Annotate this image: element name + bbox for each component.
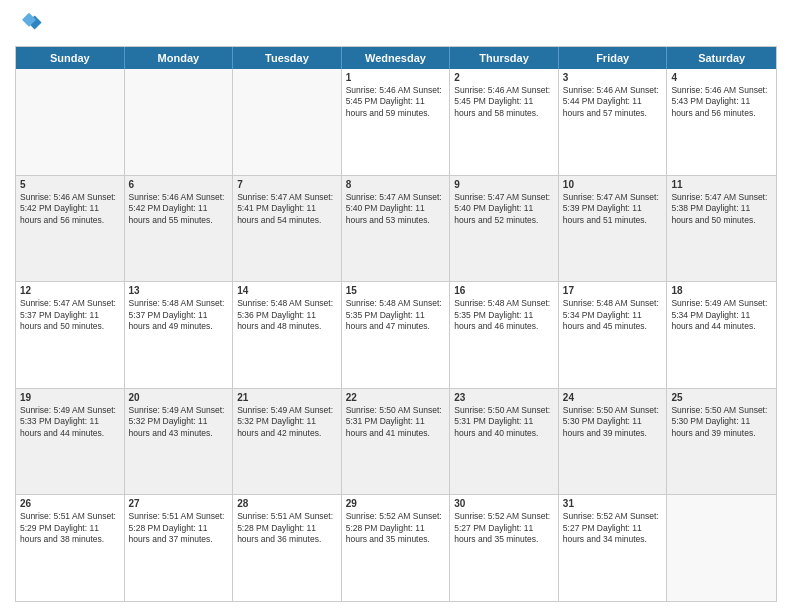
day-number: 21: [237, 392, 337, 403]
day-cell: 1Sunrise: 5:46 AM Sunset: 5:45 PM Daylig…: [342, 69, 451, 175]
calendar-header: SundayMondayTuesdayWednesdayThursdayFrid…: [16, 47, 776, 69]
day-info: Sunrise: 5:47 AM Sunset: 5:39 PM Dayligh…: [563, 192, 663, 226]
day-cell: 26Sunrise: 5:51 AM Sunset: 5:29 PM Dayli…: [16, 495, 125, 601]
day-info: Sunrise: 5:46 AM Sunset: 5:44 PM Dayligh…: [563, 85, 663, 119]
day-number: 2: [454, 72, 554, 83]
day-number: 28: [237, 498, 337, 509]
logo: [15, 10, 47, 38]
day-cell: 8Sunrise: 5:47 AM Sunset: 5:40 PM Daylig…: [342, 176, 451, 282]
day-number: 25: [671, 392, 772, 403]
day-info: Sunrise: 5:52 AM Sunset: 5:27 PM Dayligh…: [563, 511, 663, 545]
day-number: 24: [563, 392, 663, 403]
day-cell: 21Sunrise: 5:49 AM Sunset: 5:32 PM Dayli…: [233, 389, 342, 495]
day-info: Sunrise: 5:49 AM Sunset: 5:34 PM Dayligh…: [671, 298, 772, 332]
day-number: 7: [237, 179, 337, 190]
day-cell: 5Sunrise: 5:46 AM Sunset: 5:42 PM Daylig…: [16, 176, 125, 282]
day-number: 6: [129, 179, 229, 190]
day-number: 9: [454, 179, 554, 190]
calendar-body: 1Sunrise: 5:46 AM Sunset: 5:45 PM Daylig…: [16, 69, 776, 601]
day-info: Sunrise: 5:48 AM Sunset: 5:35 PM Dayligh…: [454, 298, 554, 332]
day-info: Sunrise: 5:46 AM Sunset: 5:45 PM Dayligh…: [454, 85, 554, 119]
header-day-monday: Monday: [125, 47, 234, 69]
day-cell: 2Sunrise: 5:46 AM Sunset: 5:45 PM Daylig…: [450, 69, 559, 175]
week-row-1: 1Sunrise: 5:46 AM Sunset: 5:45 PM Daylig…: [16, 69, 776, 176]
day-info: Sunrise: 5:49 AM Sunset: 5:33 PM Dayligh…: [20, 405, 120, 439]
day-info: Sunrise: 5:50 AM Sunset: 5:30 PM Dayligh…: [671, 405, 772, 439]
day-cell: 6Sunrise: 5:46 AM Sunset: 5:42 PM Daylig…: [125, 176, 234, 282]
day-cell: 4Sunrise: 5:46 AM Sunset: 5:43 PM Daylig…: [667, 69, 776, 175]
day-cell: 22Sunrise: 5:50 AM Sunset: 5:31 PM Dayli…: [342, 389, 451, 495]
header-day-thursday: Thursday: [450, 47, 559, 69]
day-number: 19: [20, 392, 120, 403]
day-info: Sunrise: 5:51 AM Sunset: 5:28 PM Dayligh…: [129, 511, 229, 545]
day-number: 8: [346, 179, 446, 190]
day-cell: 18Sunrise: 5:49 AM Sunset: 5:34 PM Dayli…: [667, 282, 776, 388]
day-cell: [16, 69, 125, 175]
day-info: Sunrise: 5:46 AM Sunset: 5:42 PM Dayligh…: [129, 192, 229, 226]
day-number: 14: [237, 285, 337, 296]
day-info: Sunrise: 5:48 AM Sunset: 5:34 PM Dayligh…: [563, 298, 663, 332]
day-number: 10: [563, 179, 663, 190]
day-info: Sunrise: 5:49 AM Sunset: 5:32 PM Dayligh…: [129, 405, 229, 439]
day-info: Sunrise: 5:48 AM Sunset: 5:35 PM Dayligh…: [346, 298, 446, 332]
day-number: 31: [563, 498, 663, 509]
day-cell: 3Sunrise: 5:46 AM Sunset: 5:44 PM Daylig…: [559, 69, 668, 175]
week-row-5: 26Sunrise: 5:51 AM Sunset: 5:29 PM Dayli…: [16, 495, 776, 601]
day-number: 15: [346, 285, 446, 296]
day-cell: [125, 69, 234, 175]
day-info: Sunrise: 5:47 AM Sunset: 5:38 PM Dayligh…: [671, 192, 772, 226]
page-container: SundayMondayTuesdayWednesdayThursdayFrid…: [0, 0, 792, 612]
day-cell: 12Sunrise: 5:47 AM Sunset: 5:37 PM Dayli…: [16, 282, 125, 388]
day-cell: 13Sunrise: 5:48 AM Sunset: 5:37 PM Dayli…: [125, 282, 234, 388]
day-cell: 15Sunrise: 5:48 AM Sunset: 5:35 PM Dayli…: [342, 282, 451, 388]
logo-icon: [15, 10, 43, 38]
day-info: Sunrise: 5:47 AM Sunset: 5:40 PM Dayligh…: [346, 192, 446, 226]
day-cell: 29Sunrise: 5:52 AM Sunset: 5:28 PM Dayli…: [342, 495, 451, 601]
day-info: Sunrise: 5:50 AM Sunset: 5:31 PM Dayligh…: [346, 405, 446, 439]
day-cell: 20Sunrise: 5:49 AM Sunset: 5:32 PM Dayli…: [125, 389, 234, 495]
day-info: Sunrise: 5:50 AM Sunset: 5:31 PM Dayligh…: [454, 405, 554, 439]
day-cell: 28Sunrise: 5:51 AM Sunset: 5:28 PM Dayli…: [233, 495, 342, 601]
day-info: Sunrise: 5:47 AM Sunset: 5:40 PM Dayligh…: [454, 192, 554, 226]
day-cell: 25Sunrise: 5:50 AM Sunset: 5:30 PM Dayli…: [667, 389, 776, 495]
day-info: Sunrise: 5:46 AM Sunset: 5:45 PM Dayligh…: [346, 85, 446, 119]
day-info: Sunrise: 5:48 AM Sunset: 5:36 PM Dayligh…: [237, 298, 337, 332]
header-day-wednesday: Wednesday: [342, 47, 451, 69]
day-number: 18: [671, 285, 772, 296]
day-cell: 11Sunrise: 5:47 AM Sunset: 5:38 PM Dayli…: [667, 176, 776, 282]
day-info: Sunrise: 5:51 AM Sunset: 5:28 PM Dayligh…: [237, 511, 337, 545]
day-cell: 10Sunrise: 5:47 AM Sunset: 5:39 PM Dayli…: [559, 176, 668, 282]
day-info: Sunrise: 5:47 AM Sunset: 5:41 PM Dayligh…: [237, 192, 337, 226]
day-cell: 19Sunrise: 5:49 AM Sunset: 5:33 PM Dayli…: [16, 389, 125, 495]
day-info: Sunrise: 5:49 AM Sunset: 5:32 PM Dayligh…: [237, 405, 337, 439]
day-cell: 16Sunrise: 5:48 AM Sunset: 5:35 PM Dayli…: [450, 282, 559, 388]
day-cell: 31Sunrise: 5:52 AM Sunset: 5:27 PM Dayli…: [559, 495, 668, 601]
header-day-sunday: Sunday: [16, 47, 125, 69]
day-info: Sunrise: 5:47 AM Sunset: 5:37 PM Dayligh…: [20, 298, 120, 332]
day-cell: [233, 69, 342, 175]
day-number: 27: [129, 498, 229, 509]
day-info: Sunrise: 5:50 AM Sunset: 5:30 PM Dayligh…: [563, 405, 663, 439]
header-day-friday: Friday: [559, 47, 668, 69]
header-day-tuesday: Tuesday: [233, 47, 342, 69]
day-number: 26: [20, 498, 120, 509]
day-info: Sunrise: 5:52 AM Sunset: 5:27 PM Dayligh…: [454, 511, 554, 545]
day-number: 30: [454, 498, 554, 509]
day-number: 20: [129, 392, 229, 403]
header-day-saturday: Saturday: [667, 47, 776, 69]
day-cell: 23Sunrise: 5:50 AM Sunset: 5:31 PM Dayli…: [450, 389, 559, 495]
day-number: 1: [346, 72, 446, 83]
day-cell: 7Sunrise: 5:47 AM Sunset: 5:41 PM Daylig…: [233, 176, 342, 282]
day-number: 29: [346, 498, 446, 509]
day-number: 5: [20, 179, 120, 190]
day-info: Sunrise: 5:46 AM Sunset: 5:42 PM Dayligh…: [20, 192, 120, 226]
day-cell: 9Sunrise: 5:47 AM Sunset: 5:40 PM Daylig…: [450, 176, 559, 282]
day-info: Sunrise: 5:51 AM Sunset: 5:29 PM Dayligh…: [20, 511, 120, 545]
day-number: 12: [20, 285, 120, 296]
day-cell: 27Sunrise: 5:51 AM Sunset: 5:28 PM Dayli…: [125, 495, 234, 601]
day-number: 17: [563, 285, 663, 296]
day-cell: 30Sunrise: 5:52 AM Sunset: 5:27 PM Dayli…: [450, 495, 559, 601]
day-cell: 24Sunrise: 5:50 AM Sunset: 5:30 PM Dayli…: [559, 389, 668, 495]
day-info: Sunrise: 5:48 AM Sunset: 5:37 PM Dayligh…: [129, 298, 229, 332]
day-number: 13: [129, 285, 229, 296]
